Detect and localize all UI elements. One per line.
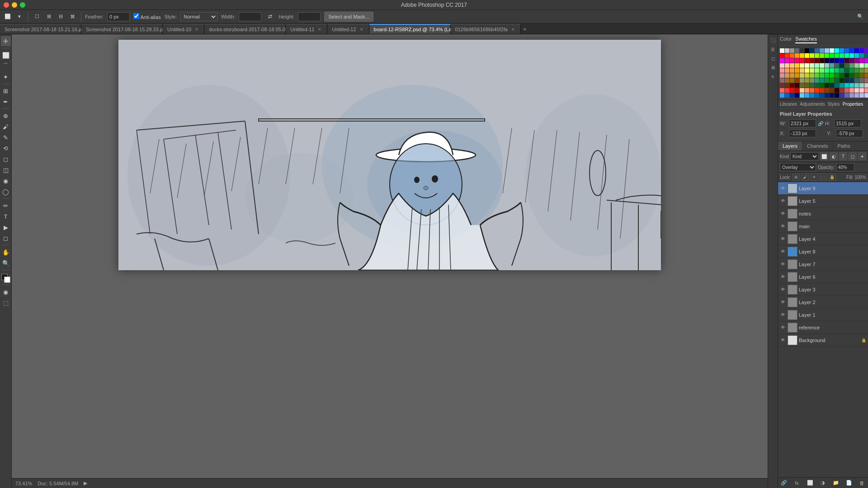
tab-untitled12[interactable]: Untitled-12 ✕ — [327, 24, 369, 34]
visibility-layer9[interactable]: 👁 — [780, 185, 786, 192]
swatch-ffff66[interactable] — [805, 68, 809, 73]
visibility-layer5[interactable]: 👁 — [780, 198, 786, 204]
swatch-00ffcc[interactable] — [849, 53, 854, 58]
swatch-cc9933[interactable] — [790, 73, 794, 78]
swatch-000066[interactable] — [830, 58, 834, 63]
swatch-ccffcc[interactable] — [859, 63, 864, 68]
swatch-00ff66[interactable] — [830, 68, 834, 73]
swatch-99ff99[interactable] — [864, 63, 868, 68]
swatch-6600ff[interactable] — [864, 48, 868, 53]
swatch-3333aa[interactable] — [840, 93, 844, 98]
channels-tab[interactable]: Channels — [802, 141, 833, 150]
layer-row-layer6[interactable]: 👁Layer 6 — [778, 271, 868, 283]
swatch-669966[interactable] — [849, 63, 854, 68]
swatch-ccff00[interactable] — [810, 53, 814, 58]
swatch-ffff99[interactable] — [800, 63, 804, 68]
swatch-00ff00[interactable] — [830, 53, 834, 58]
swatch-ccffcc[interactable] — [810, 63, 814, 68]
swatch-ff9933[interactable] — [790, 68, 794, 73]
link-layers-btn[interactable]: 🔗 — [780, 479, 788, 487]
lock-artboard-btn[interactable]: ⬚ — [820, 174, 827, 181]
libraries-tab[interactable]: Libraries — [780, 102, 797, 107]
lock-all-btn[interactable]: 🔒 — [829, 174, 836, 181]
swatch-330000[interactable] — [835, 88, 839, 93]
swatch-66cccc[interactable] — [854, 83, 859, 88]
swatch-cccccc[interactable] — [864, 83, 868, 88]
swatch-ccffff[interactable] — [830, 48, 834, 53]
swatch-660066[interactable] — [849, 58, 854, 63]
tool-eraser[interactable]: ◻ — [1, 154, 11, 164]
swatch-003300[interactable] — [825, 83, 829, 88]
layer-row-layer7[interactable]: 👁Layer 7 — [778, 258, 868, 271]
add-mask-btn[interactable]: ⬜ — [806, 479, 814, 487]
swatch-001155[interactable] — [830, 93, 834, 98]
tool-hand[interactable]: ✋ — [1, 247, 11, 257]
swatch-ff3333[interactable] — [785, 88, 789, 93]
tab-screenshot2[interactable]: Screenshot 2017-08-18 15.28.33.png ✕ — [81, 24, 163, 34]
styles-tab[interactable]: Styles — [827, 102, 840, 107]
layer-row-background[interactable]: 👁Background🔒 — [778, 334, 868, 347]
panel-toggle-3[interactable]: ◻ — [769, 54, 777, 62]
swatch-00ff33[interactable] — [835, 53, 839, 58]
tool-eyedropper[interactable]: ✒ — [1, 97, 11, 107]
tab-hash[interactable]: 0126b96561686b45f2fa ✕ — [451, 24, 521, 34]
tool-pen[interactable]: ✏ — [1, 201, 11, 211]
swatch-ff0066[interactable] — [795, 58, 799, 63]
swatch-ff9999[interactable] — [780, 68, 784, 73]
swatch-00ff99[interactable] — [844, 53, 849, 58]
swatch-660000[interactable] — [815, 58, 819, 63]
tool-history[interactable]: ⟲ — [1, 143, 11, 153]
height-input[interactable] — [298, 12, 321, 21]
swatch-ff6666[interactable] — [780, 88, 784, 93]
swatch-ffcc33[interactable] — [795, 63, 799, 68]
swatch-ffcc66[interactable] — [800, 68, 804, 73]
tool-brush[interactable]: 🖌 — [1, 122, 11, 131]
swatch-00cccc[interactable] — [854, 53, 859, 58]
swatch-33ff66[interactable] — [825, 68, 829, 73]
tool-magic-wand[interactable]: ✦ — [1, 72, 11, 82]
swatch-66ccff[interactable] — [800, 93, 804, 98]
panel-toggle-2[interactable]: ☰ — [769, 45, 777, 53]
swatch-0088dd[interactable] — [810, 93, 814, 98]
swatch-99ffcc[interactable] — [815, 63, 819, 68]
swatch-cc0000[interactable] — [805, 58, 809, 63]
visibility-layer7[interactable]: 👁 — [780, 261, 786, 267]
swatch-ff9966[interactable] — [805, 88, 809, 93]
swatch-00cc00[interactable] — [830, 73, 834, 78]
swatch-00cccc[interactable] — [844, 83, 849, 88]
swatch-996666[interactable] — [780, 78, 784, 83]
anti-alias-checkbox[interactable] — [133, 13, 139, 19]
layer-row-layer8[interactable]: 👁Layer 8 — [778, 245, 868, 258]
style-select[interactable]: Normal Fixed Ratio Fixed Size — [180, 12, 217, 21]
swatch-666666[interactable] — [859, 78, 864, 83]
swatch-99cccc[interactable] — [859, 83, 864, 88]
swatch-330000[interactable] — [795, 83, 799, 88]
swatch-0033ff[interactable] — [849, 48, 854, 53]
tool-crop[interactable]: ⊞ — [1, 86, 11, 96]
swatch-33ff00[interactable] — [825, 53, 829, 58]
swatch-663300[interactable] — [830, 88, 834, 93]
adjustments-tab[interactable]: Adjustments — [800, 102, 825, 107]
swatch-666633[interactable] — [800, 83, 804, 88]
swatch-006633[interactable] — [815, 83, 819, 88]
swatch-009999[interactable] — [840, 83, 844, 88]
swatch-006633[interactable] — [844, 68, 849, 73]
tool-gradient[interactable]: ◫ — [1, 165, 11, 175]
swatch-330000[interactable] — [820, 58, 824, 63]
swatch-9999cc[interactable] — [849, 93, 854, 98]
swatch-006600[interactable] — [840, 73, 844, 78]
swatch-339966[interactable] — [815, 78, 819, 83]
swatches-tab[interactable]: Swatches — [795, 36, 817, 43]
swatch-336600[interactable] — [854, 73, 859, 78]
swatch-ff3300[interactable] — [815, 88, 819, 93]
x-value-input[interactable] — [789, 129, 816, 137]
swatch-ffcc00[interactable] — [800, 53, 804, 58]
swatch-cc9966[interactable] — [785, 73, 789, 78]
swatch-66cc33[interactable] — [815, 73, 819, 78]
swatch-336666[interactable] — [835, 63, 839, 68]
swatch-ccffcc[interactable] — [820, 63, 824, 68]
swatch-ff9999[interactable] — [849, 88, 854, 93]
swatch-999933[interactable] — [864, 68, 868, 73]
swatch-339933[interactable] — [854, 68, 859, 73]
swatch-660000[interactable] — [790, 83, 794, 88]
